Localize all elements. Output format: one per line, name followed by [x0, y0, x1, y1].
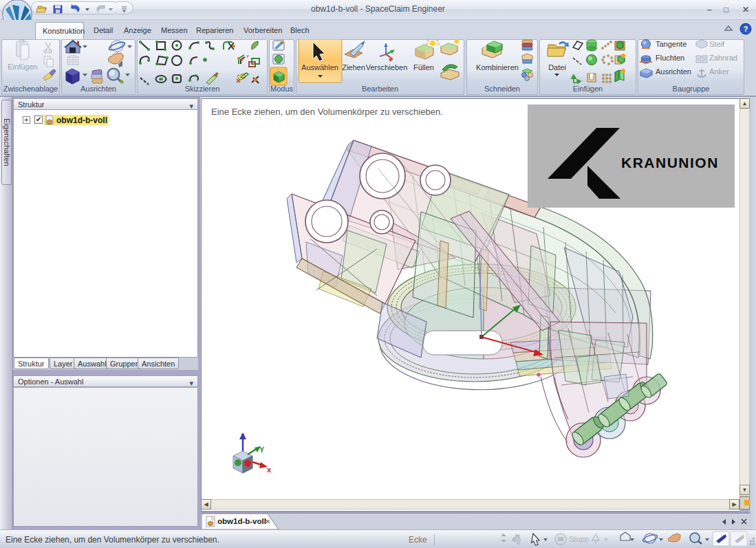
- svg-text:Zahnrad: Zahnrad: [709, 54, 737, 62]
- svg-text:x: x: [267, 465, 272, 474]
- svg-text:Steif: Steif: [709, 40, 725, 48]
- svg-text:Anker: Anker: [709, 67, 729, 76]
- svg-text:✕: ✕: [265, 518, 270, 525]
- svg-text:Ziehen: Ziehen: [342, 63, 365, 72]
- svg-text:Kombinieren: Kombinieren: [476, 63, 519, 72]
- svg-text:Fluchten: Fluchten: [656, 54, 684, 62]
- svg-text:Tangente: Tangente: [656, 40, 687, 48]
- svg-text:?: ?: [744, 25, 748, 33]
- svg-text:Auswählen: Auswählen: [301, 63, 338, 72]
- svg-text:Y: Y: [259, 446, 265, 454]
- svg-text:Datei: Datei: [548, 63, 566, 72]
- svg-text:obw1d-b-voll: obw1d-b-voll: [217, 517, 266, 525]
- svg-text:Füllen: Füllen: [413, 63, 434, 72]
- svg-text:Einfügen: Einfügen: [8, 63, 37, 71]
- svg-text:KRANUNION: KRANUNION: [621, 155, 719, 171]
- svg-text:Ausrichten: Ausrichten: [656, 67, 691, 76]
- svg-text:Stopp: Stopp: [569, 535, 589, 543]
- svg-text:Verschieben: Verschieben: [366, 63, 408, 72]
- svg-text:z: z: [241, 431, 245, 439]
